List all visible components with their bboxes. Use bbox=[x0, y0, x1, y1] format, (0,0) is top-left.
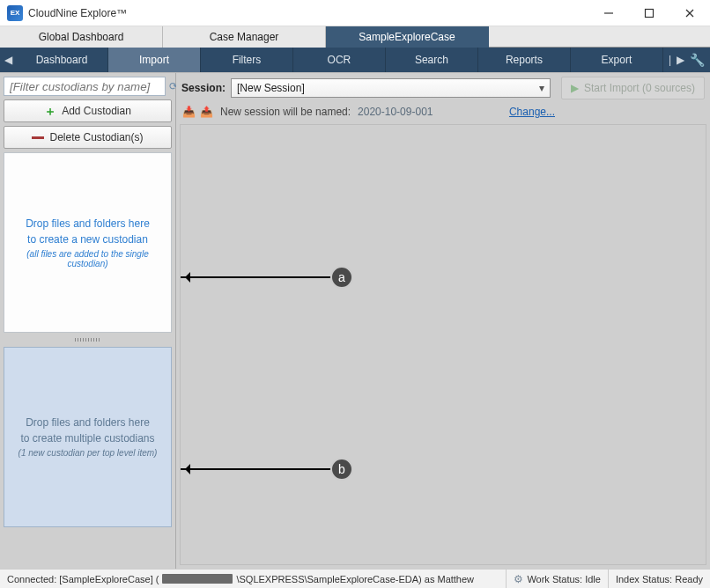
minimize-button[interactable] bbox=[588, 0, 629, 26]
panel-splitter[interactable] bbox=[4, 336, 172, 343]
play-icon: ▶ bbox=[571, 82, 579, 94]
dropzone-single-custodian[interactable]: Drop files and folders here to create a … bbox=[4, 152, 172, 333]
start-import-button[interactable]: ▶ Start Import (0 sources) bbox=[561, 77, 705, 99]
ribbon-item-import[interactable]: Import bbox=[108, 48, 201, 72]
annotation-b: b bbox=[330, 458, 353, 481]
chevron-down-icon: ▾ bbox=[539, 82, 544, 94]
case-tabs: Global Dashboard Case Manager SampleExpl… bbox=[0, 26, 710, 48]
dropzone-single-line1a: Drop files and folders here bbox=[26, 217, 150, 230]
ribbon-divider: | bbox=[669, 54, 671, 66]
session-name-value: 2020-10-09-001 bbox=[358, 106, 433, 118]
dropzone-multi-custodian[interactable]: Drop files and folders here to create mu… bbox=[4, 347, 172, 527]
dropzone-multi-line2: (1 new custodian per top level item) bbox=[18, 448, 158, 458]
custodian-panel: ⟳ ＋ Add Custodian Delete Custodian(s) Dr… bbox=[0, 73, 176, 569]
tab-case-manager[interactable]: Case Manager bbox=[163, 26, 326, 48]
gear-icon: ⚙ bbox=[514, 573, 523, 585]
ribbon-scroll-left[interactable]: ◀ bbox=[0, 48, 16, 72]
settings-wrench-icon[interactable]: 🔧 bbox=[690, 53, 705, 67]
dropzone-single-line2: (all files are added to the single custo… bbox=[11, 249, 164, 268]
ribbon-item-export[interactable]: Export bbox=[571, 48, 663, 72]
ribbon-item-ocr[interactable]: OCR bbox=[293, 48, 386, 72]
ribbon-item-search[interactable]: Search bbox=[386, 48, 478, 72]
annotation-a: a bbox=[330, 266, 353, 289]
add-custodian-button[interactable]: ＋ Add Custodian bbox=[4, 99, 172, 122]
dropzone-multi-line1b: to create multiple custodians bbox=[20, 432, 154, 445]
tab-sample-explore-case[interactable]: SampleExploreCase bbox=[326, 26, 489, 48]
session-name-label: New session will be named: bbox=[220, 106, 351, 118]
session-select[interactable]: [New Session] ▾ bbox=[231, 78, 551, 98]
dropzone-multi-line1a: Drop files and folders here bbox=[26, 416, 150, 429]
change-session-name-link[interactable]: Change... bbox=[509, 106, 555, 118]
ribbon-item-dashboard[interactable]: Dashboard bbox=[16, 48, 108, 72]
ribbon-item-reports[interactable]: Reports bbox=[478, 48, 571, 72]
import-panel: Session: [New Session] ▾ ▶ Start Import … bbox=[176, 73, 710, 569]
delete-custodian-button[interactable]: Delete Custodian(s) bbox=[4, 126, 172, 149]
session-select-value: [New Session] bbox=[237, 82, 305, 94]
ribbon-scroll-right[interactable]: ▶ bbox=[677, 54, 684, 66]
close-button[interactable] bbox=[669, 0, 710, 26]
delete-custodian-label: Delete Custodian(s) bbox=[49, 131, 143, 143]
import-sources-area: a b bbox=[180, 124, 706, 565]
app-title: CloudNine Explore™ bbox=[28, 7, 588, 19]
add-custodian-label: Add Custodian bbox=[62, 105, 131, 117]
app-icon: EX bbox=[7, 5, 23, 21]
tab-global-dashboard[interactable]: Global Dashboard bbox=[0, 26, 163, 48]
start-import-label: Start Import (0 sources) bbox=[584, 82, 695, 94]
maximize-button[interactable] bbox=[629, 0, 669, 26]
status-index: Index Status: Ready bbox=[609, 570, 710, 588]
status-work: ⚙ Work Status: Idle bbox=[507, 570, 609, 588]
ribbon-item-filters[interactable]: Filters bbox=[201, 48, 293, 72]
session-import-icon[interactable]: 📥 bbox=[181, 105, 196, 119]
redacted-server-name bbox=[162, 574, 233, 584]
ribbon-nav: ◀ Dashboard Import Filters OCR Search Re… bbox=[0, 48, 710, 72]
title-bar: EX CloudNine Explore™ bbox=[0, 0, 710, 26]
minus-icon bbox=[32, 136, 44, 139]
session-label: Session: bbox=[181, 82, 226, 94]
custodian-filter-input[interactable] bbox=[4, 77, 166, 96]
plus-icon: ＋ bbox=[44, 105, 56, 117]
status-connection: Connected: [SampleExploreCase] (\SQLEXPR… bbox=[0, 570, 507, 588]
dropzone-single-line1b: to create a new custodian bbox=[27, 233, 148, 246]
session-export-icon[interactable]: 📤 bbox=[199, 105, 213, 119]
svg-rect-1 bbox=[646, 9, 654, 17]
status-bar: Connected: [SampleExploreCase] (\SQLEXPR… bbox=[0, 569, 710, 588]
